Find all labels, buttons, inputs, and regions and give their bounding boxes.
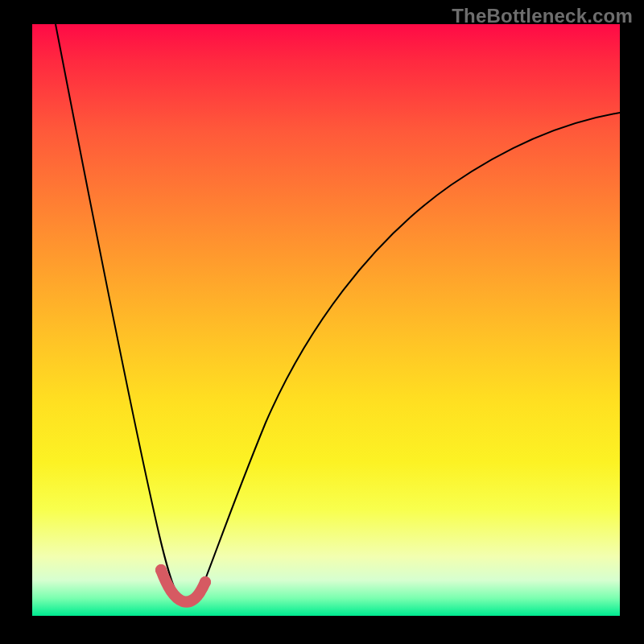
chart-frame: TheBottleneck.com	[0, 0, 644, 644]
curve-left-branch	[56, 24, 179, 597]
trough-marker	[161, 570, 205, 602]
chart-svg	[32, 24, 620, 616]
trough-marker-start-cap	[155, 564, 167, 576]
curve-right-branch	[198, 113, 620, 597]
chart-plot-area	[32, 24, 620, 616]
trough-marker-end-cap	[200, 576, 211, 588]
